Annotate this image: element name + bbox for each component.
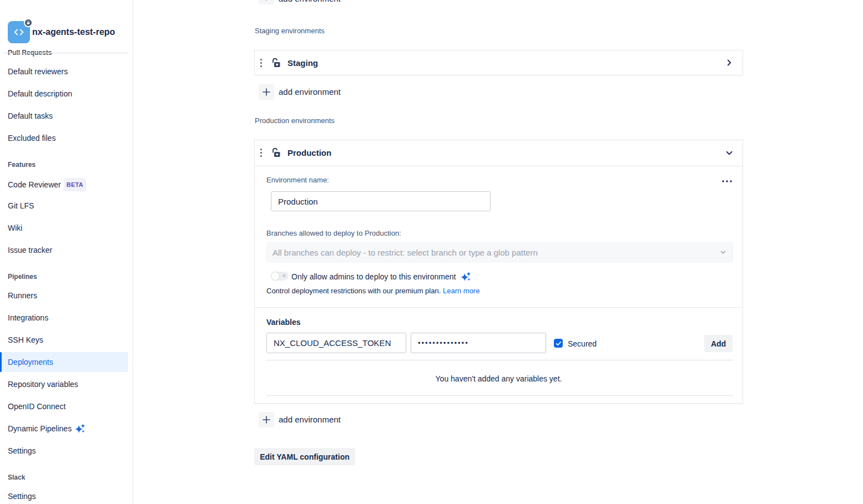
code-icon xyxy=(13,26,25,38)
sidebar-item-dynamic-pipelines[interactable]: Dynamic Pipelines xyxy=(8,423,85,434)
sidebar-item-git-lfs[interactable]: Git LFS xyxy=(8,200,34,211)
variables-list-divider-top xyxy=(266,360,733,360)
sidebar-selected-bar xyxy=(0,352,2,372)
premium-plan-text: Control deployment restrictions with our… xyxy=(266,287,480,295)
add-environment-button-top[interactable] xyxy=(259,0,274,4)
variables-empty-text: You haven't added any variables yet. xyxy=(255,374,743,383)
add-environment-label-production[interactable]: add environment xyxy=(279,415,341,424)
sidebar-item-issue-tracker[interactable]: Issue tracker xyxy=(8,245,52,256)
sidebar-item-default-tasks[interactable]: Default tasks xyxy=(8,110,53,121)
sidebar-item-excluded-files[interactable]: Excluded files xyxy=(8,133,55,144)
collapse-production-chevron-down-icon[interactable] xyxy=(723,146,736,160)
sidebar-divider xyxy=(3,53,129,53)
sidebar-item-deployments[interactable]: Deployments xyxy=(8,357,53,368)
toggle-off-x-icon: × xyxy=(282,272,286,279)
add-environment-label-staging[interactable]: add environment xyxy=(279,87,341,96)
plus-icon xyxy=(263,416,270,424)
branches-select-placeholder: All branches can deploy - to restrict: s… xyxy=(272,248,719,257)
add-environment-button-production[interactable] xyxy=(259,412,274,427)
sparkles-icon xyxy=(460,271,471,282)
sidebar: nx-agents-test-repo Pull Requests Defaul… xyxy=(0,0,133,504)
sidebar-section-slack: Slack xyxy=(8,473,25,482)
sidebar-item-pipelines-settings[interactable]: Settings xyxy=(8,445,36,456)
production-card-title: Production xyxy=(287,148,331,157)
beta-badge: BETA xyxy=(64,178,86,191)
learn-more-link[interactable]: Learn more xyxy=(443,287,480,295)
select-chevron-down-icon xyxy=(719,248,727,256)
edit-yaml-configuration-button[interactable]: Edit YAML configuration xyxy=(254,448,355,465)
sidebar-item-code-reviewer[interactable]: Code Reviewer BETA xyxy=(8,178,86,191)
sidebar-item-integrations[interactable]: Integrations xyxy=(8,312,48,323)
toggle-knob xyxy=(271,272,279,280)
variables-heading: Variables xyxy=(266,318,301,327)
sidebar-item-default-reviewers[interactable]: Default reviewers xyxy=(8,66,68,77)
environment-name-input[interactable] xyxy=(271,191,491,211)
drag-handle-icon[interactable] xyxy=(260,59,262,67)
variable-name-input[interactable] xyxy=(266,333,406,353)
private-lock-badge-icon xyxy=(24,18,33,27)
branches-select[interactable]: All branches can deploy - to restrict: s… xyxy=(266,242,733,262)
staging-section-label: Staging environments xyxy=(255,27,325,35)
sidebar-section-pipelines: Pipelines xyxy=(8,272,37,281)
sidebar-item-runners[interactable]: Runners xyxy=(8,290,37,301)
drag-handle-icon[interactable] xyxy=(260,149,262,157)
sidebar-item-repository-variables[interactable]: Repository variables xyxy=(8,379,78,390)
sidebar-item-label: Code Reviewer xyxy=(8,179,61,190)
secured-label: Secured xyxy=(568,339,597,348)
sidebar-item-slack-settings[interactable]: Settings xyxy=(8,491,36,502)
more-options-ellipsis-icon[interactable] xyxy=(721,176,733,186)
repo-title: nx-agents-test-repo xyxy=(32,27,115,37)
add-environment-button-staging[interactable] xyxy=(259,84,274,100)
check-icon xyxy=(556,340,562,347)
sidebar-item-openid-connect[interactable]: OpenID Connect xyxy=(8,401,65,412)
sparkles-icon xyxy=(74,423,85,434)
variables-section-divider xyxy=(255,307,743,308)
production-environment-card: Production Environment name: Branches al… xyxy=(254,140,743,404)
sidebar-section-features: Features xyxy=(8,160,36,169)
expand-staging-chevron-right-icon[interactable] xyxy=(723,56,736,69)
staging-card-title: Staging xyxy=(287,58,318,68)
admins-only-toggle[interactable]: × xyxy=(271,272,289,281)
add-variable-button[interactable]: Add xyxy=(704,335,733,352)
sidebar-item-default-description[interactable]: Default description xyxy=(8,88,72,99)
plus-icon xyxy=(263,88,270,96)
variable-value-input[interactable] xyxy=(411,333,546,353)
staging-environment-card[interactable]: Staging xyxy=(254,50,743,75)
sidebar-item-label: Dynamic Pipelines xyxy=(8,423,72,434)
card-header-divider xyxy=(255,166,743,166)
unlock-icon xyxy=(270,147,281,160)
sidebar-item-wiki[interactable]: Wiki xyxy=(8,222,22,233)
variables-list-divider-bottom xyxy=(266,395,733,396)
add-environment-label-top[interactable]: add environment xyxy=(279,0,341,3)
sidebar-border xyxy=(133,0,133,504)
plus-icon xyxy=(263,0,270,1)
production-section-label: Production environments xyxy=(255,116,335,125)
unlock-icon xyxy=(270,57,281,70)
branches-allowed-label: Branches allowed to deploy to Production… xyxy=(266,229,401,237)
secured-checkbox[interactable] xyxy=(554,339,563,348)
environment-name-label: Environment name: xyxy=(266,176,329,184)
admins-only-toggle-label: Only allow admins to deploy to this envi… xyxy=(291,271,471,282)
sidebar-item-ssh-keys[interactable]: SSH Keys xyxy=(8,334,43,345)
